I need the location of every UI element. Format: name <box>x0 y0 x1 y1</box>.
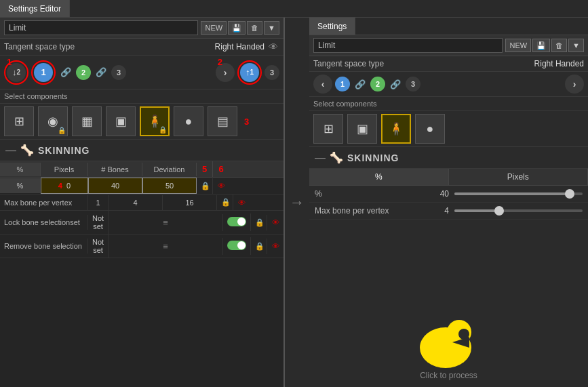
arrows-row: 1 2 ↓2 1 🔗 2 🔗 3 <box>0 56 283 89</box>
right-tab-bar: Settings <box>309 18 588 35</box>
th-icon2: 6 <box>213 161 229 177</box>
tangent-label: Tangent space type <box>4 42 212 52</box>
select-components-text: Select components <box>4 92 68 100</box>
right-tangent-row: Tangent space type Right Handed <box>309 56 588 72</box>
table-header: % Pixels # Bones Deviation 5 6 <box>0 161 283 178</box>
right-nav-grey-3[interactable]: 3 <box>406 77 420 91</box>
td-row2-eye[interactable]: 👁 <box>233 195 250 210</box>
td-maxbone-4: 4 <box>109 195 163 210</box>
right-skinning-icon: 🦴 <box>330 151 343 164</box>
td-removebone-label: Remove bone selection <box>0 239 88 253</box>
right-dropdown-button[interactable]: ▼ <box>568 39 584 52</box>
nav-grey-3-btn[interactable]: 3 <box>111 65 126 80</box>
right-skinning-header: — 🦴 SKINNING <box>309 147 588 169</box>
nav-grey-3-right-btn[interactable]: 3 <box>264 65 279 80</box>
tab-settings-editor[interactable]: Settings Editor <box>0 0 70 17</box>
right-tangent-label: Tangent space type <box>313 59 532 68</box>
comp-grid[interactable]: ▦ <box>72 106 102 136</box>
right-comp-sphere[interactable]: ● <box>415 114 445 144</box>
comp-smooth[interactable]: ◉🔒 <box>38 106 68 136</box>
arrow-connector: → <box>285 18 309 387</box>
right-tab-pixels[interactable]: Pixels <box>449 169 589 185</box>
right-pct-tabs: % Pixels <box>309 169 588 186</box>
td-lockbone-toggle[interactable] <box>223 213 251 231</box>
right-row-maxbone: Max bone per vertex 4 <box>309 203 588 220</box>
right-limit-input[interactable] <box>313 38 503 53</box>
td-maxbone-1: 1 <box>88 195 109 210</box>
right-link-icon-1: 🔗 <box>353 79 368 89</box>
right-nav-prev-btn[interactable]: ‹ <box>313 75 332 94</box>
nav-blue-1-btn[interactable]: 1 <box>34 63 53 82</box>
table-row-removebone: Remove bone selection Not set ≡ 🔒 👁 <box>0 235 283 258</box>
right-comp-mesh[interactable]: ⊞ <box>313 114 343 144</box>
nav-up-btn[interactable]: ↑1 <box>240 63 259 82</box>
save-button[interactable]: 💾 <box>228 21 246 35</box>
right-maxbone-slider-thumb[interactable] <box>494 206 504 216</box>
yellow-character-svg[interactable] <box>415 308 483 369</box>
right-comp-figure[interactable]: 🧍 <box>381 114 411 144</box>
skinning-icon: 🦴 <box>20 144 34 157</box>
td-lockbone-stack: ≡ <box>109 214 223 231</box>
header-buttons: NEW 💾 🗑 ▼ <box>201 21 279 35</box>
right-select-components-label: Select components <box>309 97 588 111</box>
td-row4-icon1[interactable]: 🔒 <box>251 239 267 254</box>
yellow-char-area[interactable]: Click to process <box>309 220 588 387</box>
right-maxbone-slider-fill <box>454 209 499 212</box>
nav-blue-1-circle: 1 <box>31 60 56 85</box>
right-pct-slider-track[interactable] <box>454 192 583 195</box>
annot-1: 1 <box>7 57 12 67</box>
limit-input[interactable] <box>4 20 198 35</box>
right-nav-green-2[interactable]: 2 <box>370 77 385 91</box>
td-row1-icon1[interactable]: 🔒 <box>197 178 213 194</box>
td-row3-icon1[interactable]: 🔒 <box>251 215 267 230</box>
right-maxbone-label: Max bone per vertex <box>315 206 410 216</box>
right-pct-slider-fill <box>454 192 570 195</box>
comp-mesh[interactable]: ⊞ <box>4 106 34 136</box>
right-maxbone-slider-track[interactable] <box>454 209 583 212</box>
td-row4-eye[interactable]: 👁 <box>267 239 283 253</box>
skinning-header: — 🦴 SKINNING <box>0 140 283 161</box>
nav-up-circle: ↑1 <box>237 60 262 85</box>
right-component-icons: ⊞ ▣ 🧍 ● <box>309 111 588 147</box>
tangent-eye-button[interactable]: 👁 <box>267 41 279 52</box>
comp-lines[interactable]: ▤ <box>208 106 237 136</box>
right-row-pct: % 40 <box>309 186 588 203</box>
component-icons-row: ⊞ ◉🔒 ▦ ▣ 🧍🔒 ● ▤ 3 <box>0 104 283 140</box>
right-save-button[interactable]: 💾 <box>532 39 550 52</box>
tangent-row: Tangent space type Right Handed 👁 <box>0 39 283 56</box>
comp-brick[interactable]: ▣ <box>106 106 136 136</box>
skinning-title: SKINNING <box>38 145 90 156</box>
right-comp-brick[interactable]: ▣ <box>347 114 377 144</box>
comp-sphere[interactable]: ● <box>174 106 203 136</box>
right-nav-next-btn[interactable]: › <box>565 75 584 94</box>
td-row1-eye[interactable]: 👁 <box>213 178 229 193</box>
right-delete-button[interactable]: 🗑 <box>551 39 567 52</box>
table-row-lockbone: Lock bone selectionset Not set ≡ 🔒 👁 <box>0 211 283 235</box>
left-panel: NEW 💾 🗑 ▼ Tangent space type Right Hande… <box>0 18 285 387</box>
td-50-val: 50 <box>142 178 197 194</box>
new-button[interactable]: NEW <box>201 21 227 35</box>
nav-green-2-btn[interactable]: 2 <box>76 65 91 80</box>
comp-lock-1: 🔒 <box>58 127 66 134</box>
process-label: Click to process <box>420 371 477 380</box>
delete-button[interactable]: 🗑 <box>247 21 262 35</box>
comp-figure[interactable]: 🧍🔒 <box>140 106 170 136</box>
td-row3-eye[interactable]: 👁 <box>267 215 283 230</box>
td-40-val: 40 <box>88 178 142 194</box>
td-0-val: 4 0 <box>41 178 88 194</box>
tab-settings-editor-label: Settings Editor <box>8 4 61 14</box>
tab-settings[interactable]: Settings <box>309 18 355 35</box>
right-pct-label: % <box>315 189 410 199</box>
dropdown-button[interactable]: ▼ <box>264 21 279 35</box>
table-row-pct: % 4 0 40 50 🔒 👁 <box>0 178 283 195</box>
right-new-button[interactable]: NEW <box>505 39 531 52</box>
annot-6: 6 <box>218 164 223 174</box>
comp-lock-2: 🔒 <box>159 126 167 134</box>
right-nav-blue-1[interactable]: 1 <box>335 77 350 91</box>
td-removebone-toggle[interactable] <box>223 237 251 255</box>
right-tab-pct[interactable]: % <box>309 169 449 185</box>
right-pct-slider-thumb[interactable] <box>565 189 574 199</box>
td-row2-icon1[interactable]: 🔒 <box>217 195 233 210</box>
tab-settings-label: Settings <box>317 22 347 31</box>
right-nav-row: ‹ 1 🔗 2 🔗 3 › <box>309 72 588 97</box>
